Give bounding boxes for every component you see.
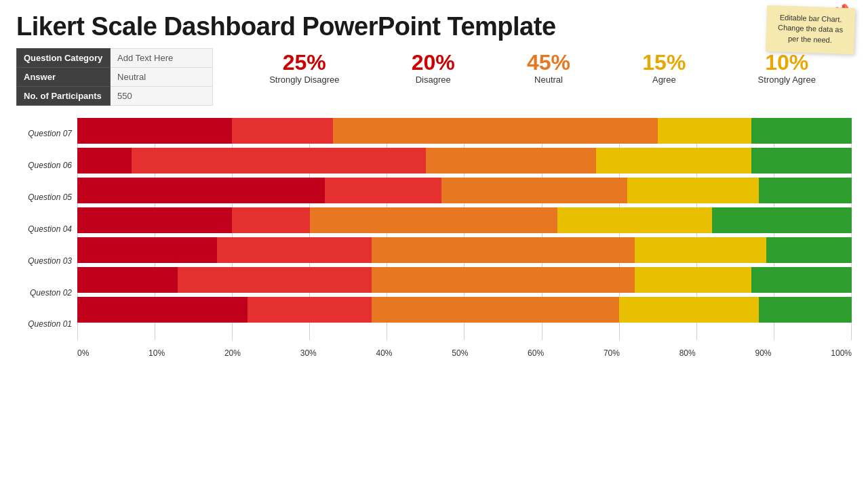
x-tick-10: 100%	[831, 348, 852, 358]
bar-row-2	[77, 178, 852, 203]
stat-item-3: 15% Agree	[642, 51, 686, 85]
bar-segment-6-0	[77, 297, 248, 323]
bar-segment-1-0	[77, 148, 132, 174]
bar-segment-2-3	[627, 178, 759, 203]
bar-segment-4-0	[77, 237, 217, 263]
x-tick-8: 80%	[679, 348, 696, 358]
info-value: Neutral	[111, 68, 213, 87]
sticky-note: Editable bar Chart. Change the data as p…	[766, 5, 855, 55]
bar-segment-5-3	[635, 267, 751, 293]
bar-segment-4-1	[217, 237, 372, 263]
bar-segment-6-3	[619, 297, 759, 323]
bar-segment-4-3	[635, 237, 766, 263]
stat-percent: 45%	[527, 51, 570, 75]
bar-segment-2-1	[325, 178, 441, 203]
bar-segment-3-2	[310, 207, 557, 233]
bar-segment-0-2	[333, 118, 658, 144]
bar-segment-0-0	[77, 118, 232, 144]
y-label-0: Question 07	[16, 129, 72, 138]
bar-row-6	[77, 297, 852, 323]
top-section: Question Category Add Text Here Answer N…	[0, 48, 868, 106]
bar-segment-4-4	[766, 237, 852, 263]
x-tick-4: 40%	[376, 348, 393, 358]
y-label-6: Question 01	[16, 320, 72, 328]
bar-row-4	[77, 237, 852, 263]
stat-label: Strongly Disagree	[269, 75, 339, 85]
x-tick-6: 60%	[528, 348, 544, 358]
bar-segment-6-2	[372, 297, 619, 323]
x-tick-1: 10%	[149, 348, 165, 358]
stats-row: 25% Strongly Disagree 20% Disagree 45% N…	[233, 48, 852, 85]
bar-segment-3-3	[557, 207, 712, 233]
stat-label: Disagree	[412, 75, 455, 85]
bar-segment-5-0	[77, 267, 178, 293]
info-row: No. of Participants 550	[17, 87, 213, 106]
y-labels: Question 07Question 06Question 05Questio…	[16, 118, 77, 358]
info-value: Add Text Here	[111, 49, 213, 68]
bar-segment-0-4	[751, 118, 852, 144]
info-row: Answer Neutral	[17, 68, 213, 87]
x-tick-9: 90%	[755, 348, 771, 358]
bar-segment-3-0	[77, 207, 232, 233]
bar-segment-5-4	[751, 267, 852, 293]
stat-item-4: 10% Strongly Agree	[758, 51, 816, 85]
bar-segment-5-2	[372, 267, 635, 293]
stat-label: Neutral	[527, 75, 570, 85]
bar-segment-0-3	[658, 118, 751, 144]
x-tick-2: 20%	[224, 348, 241, 358]
stat-percent: 20%	[412, 51, 455, 75]
y-label-4: Question 03	[16, 257, 72, 265]
y-label-3: Question 04	[16, 225, 72, 233]
y-label-5: Queston 02	[16, 289, 72, 297]
bars-and-grid: 0%10%20%30%40%50%60%70%80%90%100%	[77, 118, 852, 358]
bar-segment-0-1	[232, 118, 332, 144]
chart-container: Question 07Question 06Question 05Questio…	[16, 118, 852, 358]
bar-segment-1-4	[751, 148, 852, 174]
stat-label: Strongly Agree	[758, 75, 816, 85]
bar-segment-6-4	[759, 297, 852, 323]
bar-segment-1-2	[426, 148, 596, 174]
stat-item-1: 20% Disagree	[412, 51, 455, 85]
info-table: Question Category Add Text Here Answer N…	[16, 48, 213, 106]
info-label: Answer	[17, 68, 111, 87]
bar-row-3	[77, 207, 852, 233]
y-label-2: Question 05	[16, 193, 72, 201]
info-label: Question Category	[17, 49, 111, 68]
stat-percent: 25%	[269, 51, 339, 75]
bar-segment-1-1	[132, 148, 426, 174]
stat-label: Agree	[642, 75, 686, 85]
page-title: Likert Scale Dashboard PowerPoint Templa…	[0, 0, 868, 48]
bar-segment-6-1	[248, 297, 372, 323]
stat-percent: 15%	[642, 51, 686, 75]
bar-segment-2-0	[77, 178, 325, 203]
bar-segment-1-3	[596, 148, 751, 174]
bar-segment-3-1	[232, 207, 309, 233]
stat-percent: 10%	[758, 51, 816, 75]
bar-row-1	[77, 148, 852, 174]
bar-segment-3-4	[712, 207, 852, 233]
x-tick-3: 30%	[300, 348, 317, 358]
bar-segment-2-4	[759, 178, 852, 203]
bar-segment-2-2	[441, 178, 627, 203]
info-value: 550	[111, 87, 213, 106]
x-tick-0: 0%	[77, 348, 89, 358]
info-row: Question Category Add Text Here	[17, 49, 213, 68]
x-tick-7: 70%	[604, 348, 620, 358]
x-axis: 0%10%20%30%40%50%60%70%80%90%100%	[77, 340, 852, 358]
bars-wrapper	[77, 118, 852, 340]
y-label-1: Question 06	[16, 161, 72, 169]
bar-segment-4-2	[372, 237, 635, 263]
bar-row-0	[77, 118, 852, 144]
stat-item-2: 45% Neutral	[527, 51, 570, 85]
stat-item-0: 25% Strongly Disagree	[269, 51, 339, 85]
bar-segment-5-1	[178, 267, 372, 293]
info-label: No. of Participants	[17, 87, 111, 106]
bar-row-5	[77, 267, 852, 293]
chart-area: Question 07Question 06Question 05Questio…	[0, 111, 868, 358]
x-tick-5: 50%	[452, 348, 468, 358]
